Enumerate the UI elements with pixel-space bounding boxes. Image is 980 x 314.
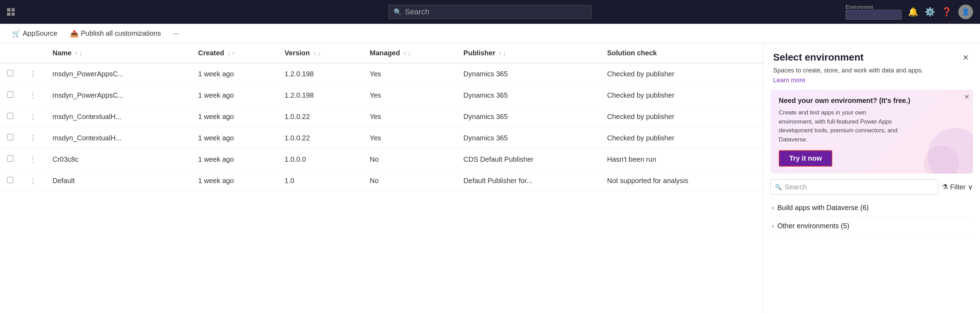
row-managed-3: Yes (363, 128, 457, 149)
row-menu-cell-4[interactable]: ⋮ (20, 149, 46, 170)
row-menu-btn-1[interactable]: ⋮ (27, 89, 38, 101)
env-group-row-0[interactable]: › Build apps with Dataverse (6) (770, 199, 973, 217)
col-created-header[interactable]: Created ↓ ↑ (191, 43, 278, 63)
row-managed-2: Yes (363, 106, 457, 128)
right-panel: Select environment Spaces to create, sto… (763, 43, 980, 314)
table-row: ⋮ msdyn_PowerAppsC... 1 week ago 1.2.0.1… (0, 63, 763, 85)
avatar[interactable]: 👤 (958, 5, 973, 19)
row-checkbox-1[interactable] (7, 91, 13, 98)
filter-label: Filter (950, 183, 966, 191)
try-it-now-button[interactable]: Try it now (779, 150, 832, 167)
row-menu-btn-3[interactable]: ⋮ (27, 132, 38, 143)
global-search-bar[interactable]: 🔍 (388, 5, 592, 19)
more-icon: ··· (173, 29, 179, 38)
panel-search-input[interactable] (785, 183, 934, 191)
panel-header: Select environment Spaces to create, sto… (764, 43, 980, 89)
nav-right-actions: Environment 🔔 ⚙️ ❓ 👤 (846, 4, 973, 20)
row-checkbox-cell-1[interactable] (0, 85, 20, 106)
row-name-2: msdyn_ContextualH... (46, 106, 191, 128)
row-checkbox-cell-5[interactable] (0, 170, 20, 191)
panel-search-row: 🔍 ⚗ Filter ∨ (764, 179, 980, 199)
row-checkbox-cell-4[interactable] (0, 149, 20, 170)
notifications-icon[interactable]: 🔔 (908, 7, 918, 17)
row-publisher-0: Dynamics 365 (457, 63, 600, 85)
help-icon[interactable]: ❓ (942, 7, 952, 17)
row-version-3: 1.0.0.22 (278, 128, 363, 149)
main-content: Name ↑ ↓ Created ↓ ↑ Version ↑ ↓ Managed… (0, 43, 980, 314)
global-search-input[interactable] (405, 7, 586, 16)
panel-subtitle: Spaces to create, store, and work with d… (773, 66, 923, 75)
row-checkbox-cell-3[interactable] (0, 128, 20, 149)
row-publisher-4: CDS Default Publisher (457, 149, 600, 170)
row-checkbox-cell-2[interactable] (0, 106, 20, 128)
row-menu-cell-0[interactable]: ⋮ (20, 63, 46, 85)
solutions-table-area: Name ↑ ↓ Created ↓ ↑ Version ↑ ↓ Managed… (0, 43, 763, 314)
sort-name-icon: ↑ ↓ (75, 50, 82, 56)
row-created-5: 1 week ago (191, 170, 278, 191)
row-menu-cell-2[interactable]: ⋮ (20, 106, 46, 128)
publish-all-button[interactable]: 📤 Publish all customizations (67, 27, 164, 40)
filter-button[interactable]: ⚗ Filter ∨ (942, 183, 973, 191)
env-group-label-1: Other environments (5) (777, 222, 850, 230)
row-solution-check-0: Checked by publisher (600, 63, 763, 85)
table-row: ⋮ Cr03c8c 1 week ago 1.0.0.0 No CDS Defa… (0, 149, 763, 170)
environment-dropdown[interactable] (846, 10, 902, 20)
appsource-icon: 🛒 (12, 29, 21, 38)
publish-icon: 📤 (70, 29, 79, 38)
row-checkbox-4[interactable] (7, 155, 13, 162)
row-created-2: 1 week ago (191, 106, 278, 128)
more-options-button[interactable]: ··· (170, 28, 182, 40)
row-menu-cell-1[interactable]: ⋮ (20, 85, 46, 106)
row-menu-btn-2[interactable]: ⋮ (27, 111, 38, 122)
row-checkbox-cell-0[interactable] (0, 63, 20, 85)
table-row: ⋮ msdyn_ContextualH... 1 week ago 1.0.0.… (0, 128, 763, 149)
row-name-4: Cr03c8c (46, 149, 191, 170)
table-header-row: Name ↑ ↓ Created ↓ ↑ Version ↑ ↓ Managed… (0, 43, 763, 63)
row-solution-check-2: Checked by publisher (600, 106, 763, 128)
search-icon: 🔍 (394, 8, 401, 16)
promo-card: ✕ Need your own environment? (It's free.… (770, 89, 973, 174)
promo-close-button[interactable]: ✕ (964, 93, 969, 101)
environment-selector[interactable]: Environment (846, 4, 902, 20)
close-panel-button[interactable]: ✕ (961, 52, 970, 64)
filter-icon: ⚗ (942, 183, 948, 191)
settings-icon[interactable]: ⚙️ (925, 7, 935, 17)
row-checkbox-2[interactable] (7, 113, 13, 119)
promo-description: Create and test apps in your own environ… (779, 108, 898, 144)
environment-label: Environment (846, 4, 873, 10)
col-version-header[interactable]: Version ↑ ↓ (278, 43, 363, 63)
row-checkbox-3[interactable] (7, 134, 13, 140)
appsource-button[interactable]: 🛒 AppSource (8, 27, 61, 40)
row-managed-4: No (363, 149, 457, 170)
row-name-0: msdyn_PowerAppsC... (46, 63, 191, 85)
solutions-table: Name ↑ ↓ Created ↓ ↑ Version ↑ ↓ Managed… (0, 43, 763, 191)
col-managed-header[interactable]: Managed ↑ ↓ (363, 43, 457, 63)
row-solution-check-4: Hasn't been run (600, 149, 763, 170)
row-menu-btn-4[interactable]: ⋮ (27, 154, 38, 165)
col-solution-check-header: Solution check (600, 43, 763, 63)
row-name-3: msdyn_ContextualH... (46, 128, 191, 149)
row-checkbox-0[interactable] (7, 70, 13, 77)
row-publisher-5: Default Publisher for... (457, 170, 600, 191)
row-menu-btn-0[interactable]: ⋮ (27, 68, 38, 80)
sort-publisher-icon: ↑ ↓ (499, 50, 506, 56)
row-menu-cell-5[interactable]: ⋮ (20, 170, 46, 191)
col-name-header[interactable]: Name ↑ ↓ (46, 43, 191, 63)
row-created-4: 1 week ago (191, 149, 278, 170)
row-menu-cell-3[interactable]: ⋮ (20, 128, 46, 149)
env-group-row-1[interactable]: › Other environments (5) (770, 217, 973, 235)
promo-title: Need your own environment? (It's free.) (779, 97, 965, 105)
row-menu-btn-5[interactable]: ⋮ (27, 175, 38, 186)
sort-version-icon: ↑ ↓ (313, 50, 320, 56)
env-group-label-0: Build apps with Dataverse (6) (777, 204, 869, 212)
chevron-right-icon-1: › (772, 222, 774, 230)
chevron-right-icon-0: › (772, 204, 774, 212)
panel-search-wrap[interactable]: 🔍 (770, 179, 939, 194)
col-publisher-header[interactable]: Publisher ↑ ↓ (457, 43, 600, 63)
col-checkbox (0, 43, 20, 63)
app-grid-icon (7, 8, 15, 16)
col-menu-header (20, 43, 46, 63)
row-checkbox-5[interactable] (7, 177, 13, 183)
learn-more-link[interactable]: Learn more (773, 77, 923, 84)
panel-header-text: Select environment Spaces to create, sto… (773, 52, 923, 84)
